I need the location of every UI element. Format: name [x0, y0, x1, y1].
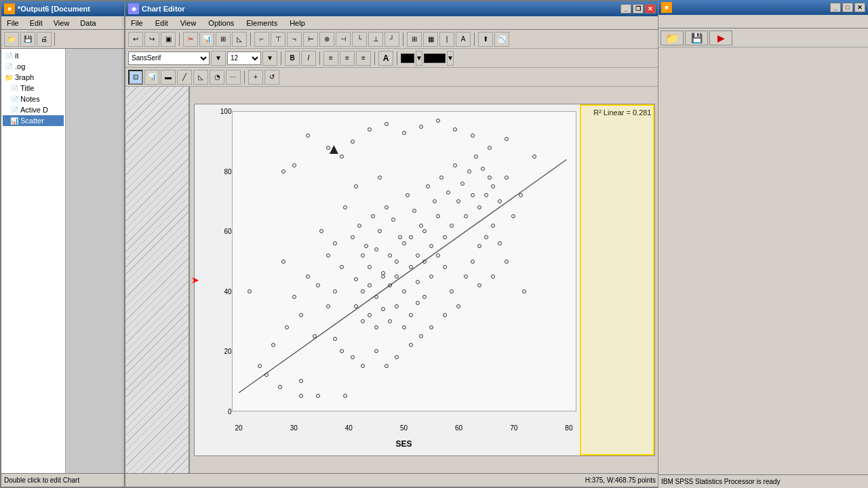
chart-toolbar-1: ↩ ↪ ▣ ✂ 📊 ⊞ ◺ ⌐ ⊤ ¬ ⊢ ⊕ ⊣ └ ⊥ ┘ ⊞ ▦ | A …	[125, 30, 658, 49]
scatter-point	[505, 176, 509, 180]
chart-restore-button[interactable]: ❐	[633, 4, 644, 14]
align-left-button[interactable]: ≡	[323, 51, 338, 66]
bar-chart-btn[interactable]: 📉	[494, 32, 509, 47]
anchor-tr[interactable]: ¬	[287, 32, 302, 47]
area-icon[interactable]: ◺	[232, 32, 247, 47]
tree-item-log[interactable]: 📄 .og	[3, 61, 64, 72]
align-center-button[interactable]: ≡	[340, 51, 355, 66]
scatter-point	[532, 155, 536, 159]
select-tool[interactable]: ⊡	[128, 70, 143, 85]
menu-file[interactable]: File	[4, 18, 22, 28]
undo-button[interactable]: ↩	[128, 32, 143, 47]
anchor-tc[interactable]: ⊤	[271, 32, 285, 47]
scatter-point	[464, 274, 468, 279]
ruler-btn[interactable]: |	[439, 32, 454, 47]
line-style-swatch[interactable]	[424, 54, 446, 63]
spss-right-controls: _ □ ✕	[830, 3, 865, 12]
x-tick-40: 40	[345, 424, 353, 435]
bold-button[interactable]: B	[285, 51, 300, 66]
chart-left-panel	[125, 87, 190, 473]
chart-menu-options[interactable]: Options	[205, 18, 237, 28]
tree-icon-active: 📄	[9, 105, 19, 115]
menu-edit[interactable]: Edit	[27, 18, 45, 28]
scatter-point	[258, 364, 262, 368]
table-btn[interactable]: ▦	[423, 32, 438, 47]
print-button[interactable]: 🖨	[37, 32, 52, 47]
tree-item-graph[interactable]: 📁 3raph	[3, 72, 64, 83]
anchor-bl[interactable]: └	[352, 32, 367, 47]
anchor-bc[interactable]: ⊥	[368, 32, 383, 47]
anchor-br[interactable]: ┘	[384, 32, 399, 47]
cut-button[interactable]: ✂	[183, 32, 198, 47]
chart-close-button[interactable]: ✕	[645, 4, 656, 14]
align-right-button[interactable]: ≡	[356, 51, 371, 66]
save-button[interactable]: 💾	[20, 32, 35, 47]
scatter-chart-type[interactable]: ⋯	[226, 70, 241, 85]
redo-button[interactable]: ↪	[144, 32, 159, 47]
bar-icon[interactable]: 📊	[199, 32, 214, 47]
chart-titlebar: ◈ Chart Editor _ ❐ ✕	[125, 1, 658, 16]
scatter-point	[402, 131, 406, 135]
anchor-ml[interactable]: ⊢	[303, 32, 318, 47]
chart-menu-view[interactable]: View	[178, 18, 199, 28]
right-max-btn[interactable]: □	[842, 3, 853, 12]
chart-plot-area[interactable]: R² Linear = 0.281 Educational_attainment	[194, 104, 655, 456]
select-btn[interactable]: ⬆	[478, 32, 493, 47]
dropdown-arrow-2[interactable]: ▼	[262, 51, 277, 66]
tree-item-active[interactable]: 📄 Active D	[3, 104, 64, 115]
right-close-btn[interactable]: ✕	[854, 3, 865, 12]
area-chart-type[interactable]: ◺	[193, 70, 208, 85]
add-element-btn[interactable]: +	[248, 70, 263, 85]
box-icon[interactable]: ⊞	[216, 32, 231, 47]
scatter-point	[361, 289, 365, 293]
chart-menu-edit[interactable]: Edit	[153, 18, 171, 28]
scatter-point	[343, 394, 347, 398]
scatter-point	[436, 119, 440, 123]
tree-item-scatter[interactable]: 📊 Scatter	[3, 115, 64, 126]
scatter-point	[477, 283, 481, 287]
right-run-btn[interactable]: ▶	[709, 30, 732, 45]
color-dropdown[interactable]: ▼	[416, 51, 422, 66]
chart-menu-elements[interactable]: Elements	[243, 18, 280, 28]
line-chart-type[interactable]: ╱	[177, 70, 192, 85]
tree-item-it[interactable]: 📄 it	[3, 50, 64, 61]
spss-right-menubar	[658, 15, 868, 28]
chart-menu-help[interactable]: Help	[287, 18, 308, 28]
scatter-point	[351, 140, 355, 144]
fill-color-swatch[interactable]	[401, 54, 414, 63]
dropdown-arrow[interactable]: ▼	[211, 51, 226, 66]
scatter-point	[361, 253, 365, 258]
open-button[interactable]: 📁	[4, 32, 19, 47]
transform-btn[interactable]: ↺	[264, 70, 279, 85]
grid-btn[interactable]: ⊞	[407, 32, 422, 47]
copy-chart-button[interactable]: ▣	[161, 32, 176, 47]
menu-view[interactable]: View	[51, 18, 73, 28]
anchor-tl[interactable]: ⌐	[254, 32, 269, 47]
tree-item-title[interactable]: 📄 Title	[3, 83, 64, 94]
right-save-btn[interactable]: 💾	[685, 30, 708, 45]
scatter-point	[278, 385, 282, 389]
scatter-point	[374, 349, 378, 353]
italic-button[interactable]: I	[301, 51, 316, 66]
scatter-point	[384, 364, 389, 368]
pie-chart-type[interactable]: ◔	[210, 70, 224, 85]
histogram-type[interactable]: ▬	[161, 70, 176, 85]
chart-minimize-button[interactable]: _	[620, 4, 631, 14]
font-size-select[interactable]: 12	[227, 52, 261, 65]
font-family-select[interactable]: SansSerif	[128, 52, 210, 65]
abc-btn[interactable]: A	[456, 32, 471, 47]
right-open-btn[interactable]: 📁	[660, 30, 684, 45]
color-line-controls: ▼ ▼	[401, 51, 454, 66]
y-tick-80: 80	[224, 167, 231, 175]
scatter-point	[354, 184, 358, 188]
right-min-btn[interactable]: _	[830, 3, 841, 12]
chart-dimensions: H:375, W:468.75 points	[585, 476, 656, 484]
anchor-mc[interactable]: ⊕	[319, 32, 334, 47]
bar-chart-type[interactable]: 📊	[144, 70, 159, 85]
line-dropdown[interactable]: ▼	[447, 51, 454, 66]
tree-item-notes[interactable]: 📄 Notes	[3, 94, 64, 104]
anchor-mr[interactable]: ⊣	[336, 32, 351, 47]
chart-plot-wrapper[interactable]: R² Linear = 0.281 Educational_attainment	[190, 87, 658, 473]
menu-data[interactable]: Data	[77, 18, 98, 28]
chart-menu-file[interactable]: File	[128, 18, 146, 28]
